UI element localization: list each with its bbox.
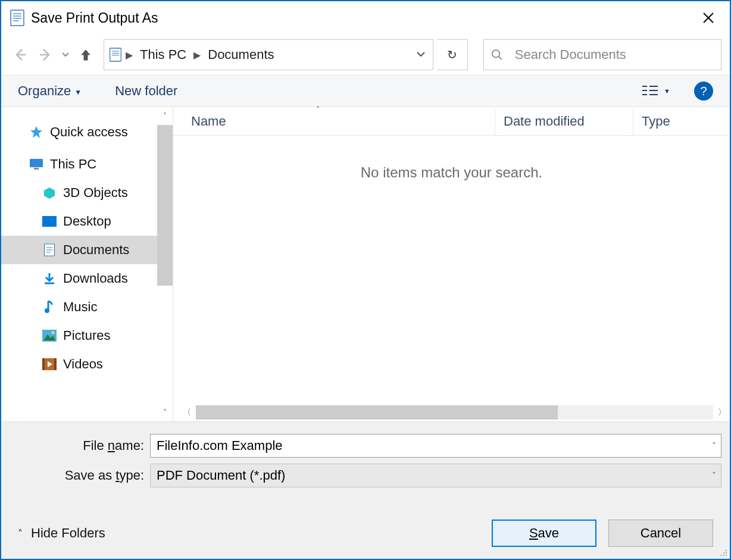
location-icon [104, 40, 122, 70]
svg-rect-36 [42, 358, 45, 370]
cancel-button[interactable]: Cancel [608, 520, 713, 547]
organize-menu[interactable]: Organize ▼ [18, 83, 82, 99]
music-icon [42, 299, 57, 315]
pictures-icon [42, 328, 57, 343]
caret-up-icon: ˄ [18, 528, 23, 539]
new-folder-button[interactable]: New folder [115, 83, 177, 99]
file-list-pane: ˄ Name Date modified Type No items match… [173, 107, 730, 421]
filename-label: File name: [10, 438, 150, 453]
chevron-down-icon[interactable]: ˅ [712, 471, 716, 480]
saveastype-label: Save as type: [10, 468, 150, 483]
saveastype-select[interactable]: PDF Document (*.pdf) ˅ [150, 464, 721, 487]
recent-locations-dropdown[interactable] [60, 52, 71, 57]
breadcrumb-this-pc[interactable]: This PC [136, 40, 190, 70]
svg-rect-37 [54, 358, 57, 370]
column-name[interactable]: ˄ Name [173, 114, 495, 129]
search-input[interactable] [514, 46, 714, 63]
filename-input[interactable]: FileInfo.com Example ˅ [150, 434, 721, 458]
svg-point-42 [721, 555, 723, 556]
svg-marker-24 [44, 187, 55, 199]
column-headers: ˄ Name Date modified Type [173, 107, 730, 136]
svg-point-41 [726, 552, 727, 554]
help-button[interactable]: ? [694, 82, 713, 101]
new-folder-label: New folder [115, 83, 177, 99]
address-bar[interactable]: ▶ This PC ▶ Documents [104, 39, 433, 70]
organize-label: Organize [18, 83, 71, 99]
svg-point-34 [52, 331, 55, 334]
tree-scroll-down[interactable]: ˅ [158, 406, 171, 419]
tree-3d-objects[interactable]: 3D Objects [1, 179, 173, 207]
back-button[interactable] [10, 44, 31, 65]
document-icon [10, 9, 25, 27]
toolbar: Organize ▼ New folder ▼ ? [1, 75, 730, 107]
window-title: Save Print Output As [31, 10, 692, 26]
nav-tree: ˄ ˅ Quick access This PC 3D Objects Desk… [1, 107, 173, 421]
refresh-button[interactable]: ↻ [437, 39, 468, 70]
tree-documents[interactable]: Documents [1, 236, 173, 264]
tree-scroll-up[interactable]: ˄ [158, 110, 171, 123]
empty-message: No items match your search. [173, 164, 730, 181]
svg-rect-23 [34, 168, 39, 170]
address-dropdown[interactable] [409, 52, 433, 58]
tree-quick-access[interactable]: Quick access [1, 118, 173, 146]
close-button[interactable] [692, 6, 725, 30]
document-icon [42, 242, 57, 258]
tree-pictures[interactable]: Pictures [1, 321, 173, 350]
tree-desktop[interactable]: Desktop [1, 207, 173, 236]
tree-scrollbar[interactable] [157, 125, 173, 286]
caret-down-icon: ▼ [74, 88, 82, 96]
svg-line-14 [499, 57, 502, 60]
chevron-down-icon[interactable]: ˅ [712, 441, 716, 450]
svg-marker-21 [30, 126, 42, 138]
chevron-right-icon[interactable]: ▶ [190, 49, 204, 61]
star-icon [29, 124, 44, 140]
nav-row: ▶ This PC ▶ Documents ↻ [1, 35, 730, 75]
tree-downloads[interactable]: Downloads [1, 264, 173, 293]
svg-point-13 [492, 50, 500, 58]
svg-rect-0 [11, 10, 24, 26]
svg-point-39 [726, 550, 727, 552]
tree-videos[interactable]: Videos [1, 350, 173, 378]
hide-folders-toggle[interactable]: ˄ Hide Folders [18, 525, 105, 541]
list-view-icon [642, 85, 658, 98]
search-box[interactable] [483, 39, 721, 70]
scrollbar-thumb[interactable] [196, 405, 558, 420]
videos-icon [42, 356, 57, 372]
breadcrumb-documents[interactable]: Documents [204, 40, 277, 70]
tree-this-pc[interactable]: This PC [1, 150, 173, 179]
svg-point-44 [726, 555, 727, 556]
svg-rect-22 [30, 159, 43, 167]
horizontal-scrollbar[interactable]: 〈 〉 [179, 403, 730, 421]
tree-music[interactable]: Music [1, 293, 173, 321]
svg-rect-25 [42, 216, 57, 227]
sort-indicator-icon: ˄ [316, 105, 320, 114]
svg-point-31 [45, 308, 49, 313]
chevron-right-icon[interactable]: ▶ [122, 49, 136, 61]
search-icon [491, 48, 503, 61]
form-area: File name: FileInfo.com Example ˅ Save a… [1, 421, 730, 559]
save-button[interactable]: Save [492, 520, 596, 547]
svg-point-43 [723, 555, 725, 556]
svg-rect-9 [110, 48, 121, 61]
resize-grip-icon[interactable] [718, 547, 727, 556]
titlebar: Save Print Output As [1, 1, 730, 35]
caret-down-icon: ▼ [664, 87, 670, 95]
monitor-icon [29, 157, 44, 172]
forward-button[interactable] [35, 44, 56, 65]
scroll-left-icon[interactable]: 〈 [179, 407, 195, 418]
desktop-icon [42, 214, 57, 229]
up-button[interactable] [75, 44, 96, 65]
download-icon [42, 271, 57, 286]
column-type[interactable]: Type [633, 107, 670, 135]
scroll-right-icon[interactable]: 〉 [714, 407, 730, 418]
cube-icon [42, 185, 57, 201]
column-date-modified[interactable]: Date modified [495, 107, 633, 135]
save-dialog: Save Print Output As ▶ This PC ▶ Documen… [0, 0, 731, 560]
svg-point-40 [723, 552, 725, 554]
view-options[interactable]: ▼ [642, 85, 670, 98]
